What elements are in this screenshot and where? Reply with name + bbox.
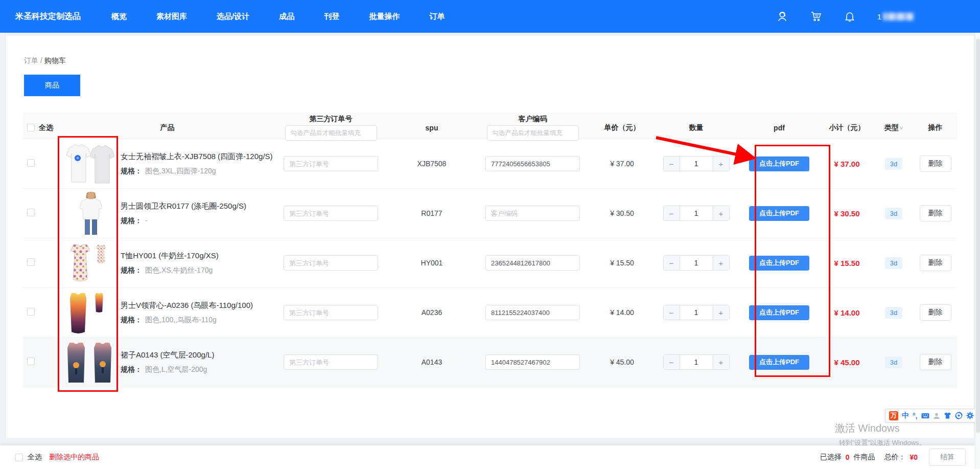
spu-value: XJB7508 (388, 160, 475, 168)
breadcrumb-section[interactable]: 订单 (24, 56, 38, 64)
delete-button[interactable]: 删除 (920, 304, 951, 321)
row-checkbox[interactable] (27, 258, 35, 266)
user-account[interactable]: 1 (877, 12, 914, 21)
nav-item[interactable]: 成品 (279, 12, 294, 21)
quantity-increase-button[interactable]: + (713, 256, 729, 270)
footer-select-all-checkbox[interactable] (15, 454, 23, 461)
table-row: T恤HY001 (牛奶丝-170g/XS) 规格：图色,XS,牛奶丝-170g … (23, 238, 957, 288)
product-image[interactable] (61, 339, 119, 385)
quantity-decrease-button[interactable]: − (664, 256, 680, 270)
type-badge: 3d (885, 257, 902, 269)
customer-code-input[interactable] (485, 354, 580, 370)
product-image[interactable] (61, 190, 119, 236)
table-row: 男士V领背心-A0236 (鸟眼布-110g/100) 规格：图色,100,,鸟… (23, 288, 957, 338)
quantity-value[interactable]: 1 (680, 305, 713, 320)
row-checkbox[interactable] (27, 308, 35, 316)
third-party-order-input[interactable] (284, 255, 378, 271)
row-checkbox[interactable] (27, 209, 35, 216)
customer-service-icon[interactable] (776, 10, 788, 23)
watermark-line1: 激活 Windows (835, 421, 926, 435)
nav-item[interactable]: 订单 (429, 12, 445, 21)
col-header-action: 操作 (914, 123, 957, 132)
ime-settings-gear-icon[interactable] (966, 412, 974, 419)
spec-value: 图色,L,空气层-200g (145, 365, 207, 373)
customer-code-input[interactable] (485, 206, 580, 221)
total-value: ¥0 (909, 453, 918, 461)
row-checkbox[interactable] (27, 159, 35, 167)
customer-code-input[interactable] (485, 305, 580, 320)
cart-table: 全选 产品 第三方订单号 spu 客户编码 单价（元） 数量 pdf 小计（元）… (23, 113, 957, 387)
third-party-order-input[interactable] (284, 206, 378, 221)
delete-button[interactable]: 删除 (920, 354, 951, 370)
table-body: 女士无袖褶皱上衣-XJB7508 (四面弹-120g/S) 规格：图色,3XL,… (23, 139, 957, 387)
spec-label: 规格： (121, 167, 142, 175)
table-row: 女士无袖褶皱上衣-XJB7508 (四面弹-120g/S) 规格：图色,3XL,… (23, 139, 957, 189)
ime-logo-icon[interactable]: 万 (889, 411, 898, 420)
subtotal-value: ¥ 15.50 (820, 259, 874, 267)
ime-wheel-icon[interactable] (955, 412, 963, 419)
batch-order-input[interactable] (285, 125, 377, 141)
spec-value: 图色,3XL,四面弹-120g (145, 167, 216, 175)
ime-user-icon[interactable] (933, 412, 940, 419)
upload-pdf-button[interactable]: 点击上传PDF (749, 206, 809, 221)
product-image[interactable] (61, 289, 119, 336)
nav-item[interactable]: 刊登 (324, 12, 339, 21)
third-party-order-input[interactable] (284, 156, 378, 171)
upload-pdf-button[interactable]: 点击上传PDF (749, 355, 809, 370)
spu-value: A0236 (388, 308, 475, 317)
quantity-increase-button[interactable]: + (713, 305, 729, 320)
delete-button[interactable]: 删除 (920, 255, 951, 271)
nav-item[interactable]: 素材图库 (156, 12, 187, 21)
select-all-label: 全选 (39, 123, 53, 132)
delete-button[interactable]: 删除 (920, 155, 951, 172)
spec-label: 规格： (121, 365, 142, 373)
quantity-decrease-button[interactable]: − (664, 206, 680, 220)
product-name: 男士V领背心-A0236 (鸟眼布-110g/100) (121, 301, 253, 310)
quantity-decrease-button[interactable]: − (664, 355, 680, 369)
upload-pdf-button[interactable]: 点击上传PDF (749, 256, 809, 271)
bell-icon[interactable] (844, 10, 856, 23)
nav-item[interactable]: 概览 (111, 12, 127, 21)
quantity-decrease-button[interactable]: − (664, 157, 680, 171)
delete-button[interactable]: 删除 (920, 205, 951, 221)
user-name-visible: 1 (877, 12, 881, 21)
unit-price: ¥ 30.50 (590, 209, 654, 217)
third-party-order-input[interactable] (284, 354, 378, 370)
batch-customer-code-input[interactable] (487, 125, 579, 141)
quantity-value[interactable]: 1 (680, 256, 713, 270)
cart-icon[interactable] (810, 10, 822, 23)
ime-chinese-mode-icon[interactable]: 中 (902, 411, 909, 420)
product-image[interactable] (61, 240, 119, 286)
ime-keyboard-icon[interactable] (921, 412, 929, 419)
vertical-scrollbar[interactable] (975, 33, 980, 469)
quantity-increase-button[interactable]: + (713, 355, 729, 369)
checkout-button[interactable]: 结算 (929, 449, 966, 466)
ime-skin-icon[interactable] (944, 412, 951, 419)
row-checkbox[interactable] (27, 358, 35, 365)
table-row: 裙子A0143 (空气层-200g/L) 规格：图色,L,空气层-200g A0… (23, 338, 957, 387)
customer-code-input[interactable] (485, 255, 580, 271)
quantity-increase-button[interactable]: + (713, 206, 729, 220)
type-badge: 3d (885, 356, 902, 368)
quantity-value[interactable]: 1 (680, 355, 713, 369)
upload-pdf-button[interactable]: 点击上传PDF (749, 157, 809, 171)
selected-count: 0 (846, 453, 850, 461)
tab-products[interactable]: 商品 (24, 75, 80, 96)
upload-pdf-button[interactable]: 点击上传PDF (749, 305, 809, 320)
quantity-value[interactable]: 1 (680, 206, 713, 220)
customer-code-input[interactable] (485, 156, 580, 171)
nav-item[interactable]: 批量操作 (369, 12, 400, 21)
delete-selected-link[interactable]: 删除选中的商品 (49, 453, 99, 462)
unit-price: ¥ 15.50 (590, 259, 654, 267)
spu-value: A0143 (388, 358, 475, 366)
scrollbar-thumb[interactable] (976, 39, 980, 433)
col-header-type[interactable]: 类型˅ (874, 123, 914, 132)
quantity-decrease-button[interactable]: − (664, 305, 680, 320)
ime-punctuation-icon[interactable]: °, (913, 412, 918, 420)
product-image[interactable] (61, 141, 119, 187)
nav-item[interactable]: 选品/设计 (217, 12, 249, 21)
quantity-increase-button[interactable]: + (713, 157, 729, 171)
third-party-order-input[interactable] (284, 305, 378, 320)
select-all-checkbox[interactable] (27, 124, 35, 131)
quantity-value[interactable]: 1 (680, 157, 713, 171)
